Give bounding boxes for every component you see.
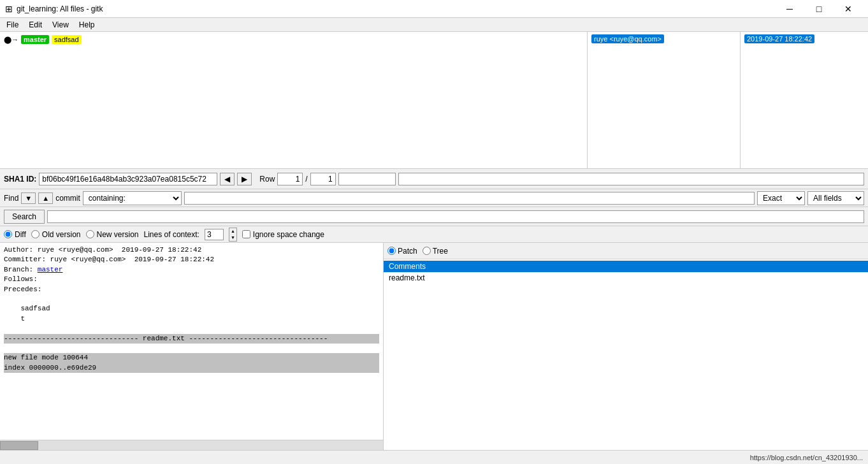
row-total[interactable] (310, 173, 336, 185)
file-item-comments[interactable]: Comments (384, 261, 868, 272)
search-input[interactable] (47, 210, 864, 223)
old-version-label: Old version (42, 230, 81, 239)
tree-radio-label[interactable]: Tree (423, 247, 448, 256)
menu-file[interactable]: File (1, 19, 24, 31)
sha1-label: SHA1 ID: (4, 175, 36, 184)
ignore-space-checkbox[interactable] (242, 230, 250, 238)
new-version-radio-label[interactable]: New version (86, 230, 139, 239)
diff-radio-label[interactable]: Diff (4, 230, 26, 239)
patch-radio[interactable] (387, 247, 396, 255)
sha1-bar: SHA1 ID: ◀ ▶ Row / (0, 169, 868, 189)
diff-label: Diff (15, 230, 26, 239)
new-version-label: New version (97, 230, 139, 239)
file-list: Comments readme.txt (384, 259, 868, 450)
row-sep: / (305, 175, 307, 184)
sha1-next-button[interactable]: ▶ (237, 173, 252, 185)
fields-select[interactable]: All fields Headline Comments Author Comm… (807, 191, 864, 205)
commit-containing-select[interactable]: containing: touching paths: adding/remov… (83, 191, 182, 205)
diff-radio[interactable] (4, 230, 12, 238)
date-tag: 2019-09-27 18:22:42 (744, 34, 814, 43)
old-version-radio-label[interactable]: Old version (31, 230, 81, 239)
titlebar: ⊞ git_learning: All files - gitk ─ □ ✕ (0, 0, 868, 18)
sha1-prev-button[interactable]: ◀ (220, 173, 235, 185)
diff-panel: Author: ruye <ruye@qq.com> 2019-09-27 18… (0, 243, 384, 450)
commit-area: ⬤→ master sadfsad ruye <ruye@qq.com> 201… (0, 32, 868, 169)
commit-graph: ⬤→ master sadfsad (0, 32, 588, 168)
ignore-space-text: Ignore space change (253, 230, 324, 239)
branch-arrow: ⬤→ (4, 36, 18, 44)
branch-tag: master (21, 35, 49, 44)
patch-radio-label[interactable]: Patch (387, 247, 417, 256)
commit-author-panel: ruye <ruye@qq.com> (588, 32, 741, 168)
find-up-button[interactable]: ▲ (38, 192, 53, 204)
close-button[interactable]: ✕ (834, 0, 863, 18)
status-url: https://blog.csdn.net/cn_43201930... (750, 454, 863, 461)
menubar: File Edit View Help (0, 18, 868, 32)
search-button[interactable]: Search (4, 210, 45, 224)
sha1-extra-input[interactable] (338, 173, 396, 185)
sha1-extra2-input[interactable] (398, 173, 864, 185)
menu-help[interactable]: Help (74, 19, 100, 31)
commit-row: ⬤→ master sadfsad (0, 32, 587, 47)
context-spinner[interactable]: ▲ ▼ (229, 228, 237, 242)
find-down-button[interactable]: ▼ (21, 192, 36, 204)
row-label: Row (259, 175, 275, 184)
diff-content[interactable]: Author: ruye <ruye@qq.com> 2019-09-27 18… (0, 243, 383, 440)
titlebar-left: ⊞ git_learning: All files - gitk (5, 4, 103, 14)
author-line: Author: ruye <ruye@qq.com> 2019-09-27 18… (4, 246, 214, 323)
maximize-button[interactable]: □ (804, 0, 834, 18)
bottom-split: Author: ruye <ruye@qq.com> 2019-09-27 18… (0, 243, 868, 450)
main: ⬤→ master sadfsad ruye <ruye@qq.com> 201… (0, 32, 868, 464)
file-item-readme[interactable]: readme.txt (384, 272, 868, 284)
diff-options-bar: Diff Old version New version Lines of co… (0, 226, 868, 243)
author-tag: ruye <ruye@qq.com> (591, 34, 664, 43)
right-panel: Patch Tree Comments readme.txt (384, 243, 868, 450)
context-input[interactable] (205, 229, 224, 240)
old-version-radio[interactable] (31, 230, 40, 238)
find-bar: Find ▼ ▲ commit containing: touching pat… (0, 189, 868, 207)
exact-select[interactable]: Exact Regexp IgnCase (757, 191, 805, 205)
tree-radio[interactable] (423, 247, 431, 255)
row-input[interactable] (277, 173, 303, 185)
branch-link[interactable]: master (38, 266, 63, 273)
find-input[interactable] (184, 192, 755, 205)
patch-label: Patch (398, 247, 417, 256)
commit-filter-label: commit (55, 194, 80, 203)
patch-tree-bar: Patch Tree (384, 243, 868, 259)
app-icon: ⊞ (5, 4, 13, 14)
hscroll-thumb[interactable] (0, 441, 38, 450)
menu-edit[interactable]: Edit (24, 19, 47, 31)
ignore-space-label[interactable]: Ignore space change (242, 230, 324, 239)
hscroll-track (0, 440, 383, 450)
diff-hscroll[interactable] (0, 440, 383, 450)
sha1-input[interactable] (39, 173, 217, 185)
window-title: git_learning: All files - gitk (17, 4, 103, 13)
menu-view[interactable]: View (47, 19, 74, 31)
commit-date-panel: 2019-09-27 18:22:42 (741, 32, 868, 168)
new-version-radio[interactable] (86, 230, 94, 238)
minimize-button[interactable]: ─ (775, 0, 804, 18)
tree-label: Tree (433, 247, 448, 256)
titlebar-controls: ─ □ ✕ (775, 0, 863, 18)
diff-header-line: -------------------------------- readme.… (4, 334, 379, 344)
statusbar: https://blog.csdn.net/cn_43201930... (0, 450, 868, 464)
find-label: Find (4, 194, 18, 203)
search-bar: Search (0, 207, 868, 226)
diff-meta-1: new file mode 100644 index 0000000..e69d… (4, 353, 379, 373)
commit-message-tag: sadfsad (52, 35, 82, 44)
context-label: Lines of context: (144, 230, 199, 239)
